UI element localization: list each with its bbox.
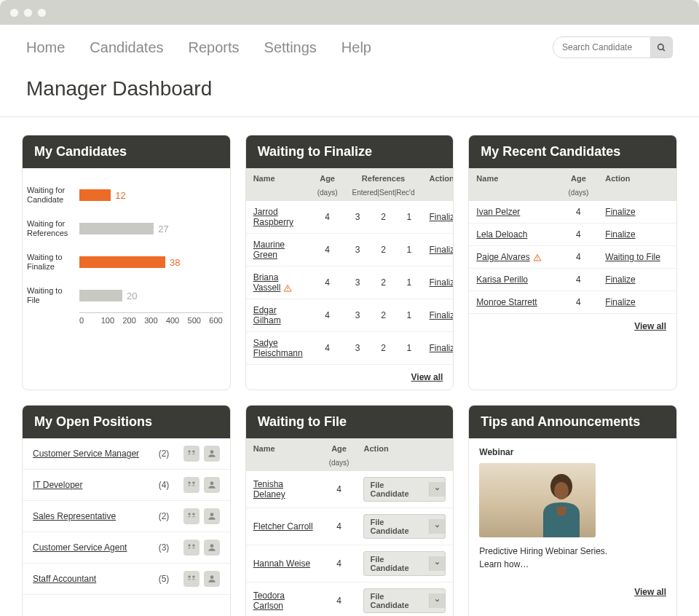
cell-ref-entered: 3 — [344, 266, 370, 299]
chart-tick: 100 — [101, 316, 123, 325]
table-row: Lela Deloach4Finalize — [469, 224, 676, 246]
candidate-link[interactable]: Teodora Carlson — [253, 591, 285, 611]
person-icon — [207, 542, 217, 553]
col-age: Age — [322, 438, 357, 459]
chart-bar — [79, 223, 154, 234]
nav-help[interactable]: Help — [341, 39, 371, 56]
chart-label: Waiting to Finalize — [27, 253, 79, 272]
finalize-link[interactable]: Finalize — [430, 245, 454, 255]
candidate-link[interactable]: Sadye Fleischmann — [253, 338, 303, 358]
candidate-link[interactable]: Fletcher Carroll — [253, 521, 313, 532]
nav-settings[interactable]: Settings — [264, 39, 317, 56]
window-dot-close-icon[interactable] — [10, 9, 18, 17]
candidate-link[interactable]: Lela Deloach — [476, 229, 527, 240]
nav-home[interactable]: Home — [26, 39, 65, 56]
file-candidate-dropdown[interactable]: File Candidate — [363, 514, 446, 539]
position-count: (4) — [159, 480, 183, 490]
chart-tick: 600 — [209, 316, 222, 325]
share-position-button[interactable] — [183, 446, 200, 462]
add-candidate-button[interactable] — [204, 477, 220, 493]
share-icon — [186, 480, 197, 490]
action-link[interactable]: Finalize — [605, 207, 635, 217]
tips-text-line2: Learn how… — [479, 558, 666, 571]
col-age: Age — [310, 168, 345, 189]
nav-candidates[interactable]: Candidates — [90, 39, 163, 56]
cell-age: 4 — [322, 508, 357, 545]
finalize-link[interactable]: Finalize — [430, 310, 454, 320]
dropdown-label: File Candidate — [364, 552, 429, 575]
warning-icon — [283, 284, 292, 293]
add-candidate-button[interactable] — [204, 540, 220, 556]
position-link[interactable]: Sales Representative — [33, 511, 159, 521]
chart-row: Waiting to File20 — [27, 279, 223, 312]
finalize-link[interactable]: Finalize — [430, 343, 454, 353]
cell-age: 4 — [322, 583, 357, 617]
chart-tick: 400 — [166, 316, 188, 325]
cell-age: 4 — [559, 246, 599, 269]
window-titlebar — [0, 0, 699, 25]
card-my-candidates: My Candidates Waiting for Candidate12Wai… — [22, 135, 231, 390]
position-link[interactable]: Customer Service Agent — [33, 542, 159, 553]
card-open-positions: My Open Positions Customer Service Manag… — [22, 405, 231, 616]
card-header: My Open Positions — [23, 406, 230, 438]
cell-ref-entered: 3 — [344, 201, 370, 234]
share-position-button[interactable] — [183, 508, 200, 524]
window-dot-max-icon[interactable] — [38, 9, 46, 17]
candidate-link[interactable]: Maurine Green — [253, 240, 285, 260]
cell-ref-sent: 2 — [371, 234, 396, 266]
chart-value: 12 — [115, 190, 125, 201]
add-candidate-button[interactable] — [204, 446, 220, 462]
nav-reports[interactable]: Reports — [189, 39, 240, 56]
chart-row: Waiting for References27 — [27, 212, 223, 245]
cell-age: 4 — [559, 224, 599, 246]
col-references: References — [344, 168, 422, 189]
col-name: Name — [246, 168, 310, 189]
search-input[interactable] — [553, 36, 651, 58]
view-all-link[interactable]: View all — [634, 587, 666, 597]
position-link[interactable]: IT Developer — [33, 480, 159, 490]
candidate-link[interactable]: Monroe Starrett — [476, 297, 537, 307]
file-candidate-dropdown[interactable]: File Candidate — [363, 588, 446, 613]
view-all-link[interactable]: View all — [411, 372, 443, 382]
candidate-link[interactable]: Ivan Pelzer — [476, 207, 520, 217]
share-position-button[interactable] — [183, 477, 200, 493]
cell-age: 4 — [322, 545, 357, 583]
position-link[interactable]: Staff Accountant — [33, 574, 159, 584]
table-row: Ivan Pelzer4Finalize — [469, 201, 676, 224]
chart-label: Waiting to File — [27, 286, 79, 305]
search-button[interactable] — [651, 36, 673, 58]
action-link[interactable]: Waiting to File — [605, 252, 660, 262]
candidate-link[interactable]: Briana Vassell — [253, 272, 281, 293]
candidate-link[interactable]: Edgar Gilham — [253, 305, 281, 325]
person-photo-icon — [534, 472, 588, 537]
candidate-link[interactable]: Tenisha Delaney — [253, 479, 285, 499]
position-link[interactable]: Customer Service Manager — [33, 449, 159, 459]
candidate-link[interactable]: Jarrod Raspberry — [253, 207, 293, 227]
share-position-button[interactable] — [183, 540, 200, 556]
action-link[interactable]: Finalize — [605, 297, 635, 307]
add-candidate-button[interactable] — [204, 508, 220, 524]
table-row: Sadye Fleischmann4321Finalize — [246, 332, 454, 365]
card-header: My Candidates — [23, 135, 230, 168]
chart-tick: 300 — [144, 316, 166, 325]
file-candidate-dropdown[interactable]: File Candidate — [363, 551, 446, 576]
chevron-down-icon — [434, 523, 441, 529]
view-all-link[interactable]: View all — [634, 321, 666, 331]
candidate-link[interactable]: Karisa Perillo — [476, 275, 528, 285]
chart-row: Waiting to Finalize38 — [27, 245, 223, 279]
finalize-link[interactable]: Finalize — [430, 212, 454, 222]
finalize-link[interactable]: Finalize — [430, 277, 454, 288]
candidate-link[interactable]: Paige Alvares — [476, 252, 529, 262]
action-link[interactable]: Finalize — [605, 275, 635, 285]
tips-thumbnail[interactable] — [479, 463, 596, 537]
cell-age: 4 — [559, 201, 599, 224]
position-row: Sales Representative(2) — [23, 501, 230, 532]
add-candidate-button[interactable] — [204, 571, 220, 587]
candidate-link[interactable]: Hannah Weise — [253, 558, 311, 569]
window-dot-min-icon[interactable] — [24, 9, 32, 17]
svg-point-12 — [188, 513, 190, 516]
file-candidate-dropdown[interactable]: File Candidate — [363, 477, 446, 502]
person-icon — [207, 449, 217, 459]
share-position-button[interactable] — [183, 571, 200, 587]
action-link[interactable]: Finalize — [605, 229, 635, 240]
